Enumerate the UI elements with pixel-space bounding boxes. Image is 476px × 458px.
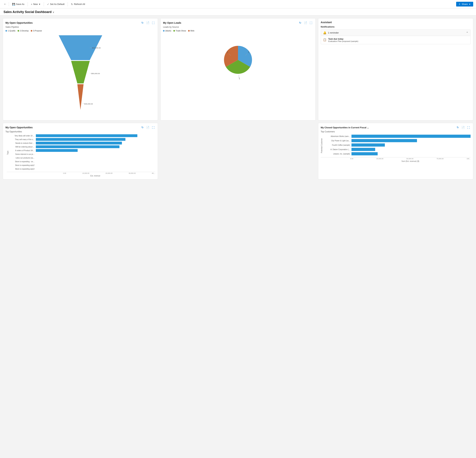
customer-row-3: Fourth Coffee (sample)	[323, 143, 471, 147]
new-button[interactable]: + New ▼	[29, 2, 42, 7]
closed-subtitle: Top Customers	[321, 130, 471, 133]
save-as-button[interactable]: 💾 Save As	[10, 2, 26, 7]
card-icons-opportunities: ↻ 📄 ⛶	[141, 21, 155, 25]
expand-opps-bar-button[interactable]: ⛶	[151, 125, 155, 129]
closed-x-axis-label: Sum (Est. revenue) ($)	[350, 160, 471, 162]
funnel-segment-develop	[71, 61, 90, 83]
bar-row-6: Some interest in our pr...	[9, 153, 155, 156]
bar-fill-1	[36, 134, 137, 137]
customer-label-4: A. Datum Corporation (...	[323, 149, 351, 150]
tick-40k: 40,...	[152, 172, 155, 174]
closed-title: My Closed Opportunities in Current Fisca…	[321, 126, 369, 129]
leads-subtitle: Leads by Source	[163, 26, 313, 28]
bar-label-4: Will be ordering about ...	[9, 146, 36, 148]
ctick-75k: 75,000.00	[436, 158, 443, 159]
bar-label-9: Store is expanding opty2	[9, 164, 36, 166]
bar-row-5: 6 orders of Product SK...	[9, 149, 155, 152]
refresh-button[interactable]: ↻ Refresh All	[69, 2, 87, 7]
legend-web: Web	[188, 30, 194, 32]
share-chevron-icon: ▼	[469, 3, 471, 5]
expand-closed-button[interactable]: ⛶	[467, 125, 471, 129]
save-as-label: Save As	[16, 3, 25, 5]
reminder-count: 1 reminder	[328, 31, 339, 34]
legend-tradeshow: Trade Show	[173, 30, 186, 32]
export-opps-bar-button[interactable]: 📄	[145, 125, 150, 129]
bar-track-9	[36, 164, 155, 167]
bar-track-6	[36, 153, 155, 156]
leads-title: My Open Leads	[163, 21, 181, 24]
chevron-up-icon: ⌃	[466, 31, 468, 34]
bar-track-4	[36, 145, 155, 148]
refresh-closed-button[interactable]: ↻	[456, 125, 460, 129]
card-header-closed: My Closed Opportunities in Current Fisca…	[321, 125, 471, 129]
customer-label-2: City Power & Light (sa...	[323, 140, 351, 142]
export-opp-button[interactable]: 📄	[145, 21, 150, 25]
bar-row-7: Likes our products (sa...	[9, 156, 155, 159]
customer-track-1	[351, 135, 471, 138]
bar-row-9: Store is expanding opty2	[9, 164, 155, 167]
bar-label-1: Very likely will order 18 ...	[9, 135, 36, 137]
closed-y-axis-label: Potential Customer	[321, 138, 323, 153]
bar-track-3	[36, 142, 155, 144]
bar-fill-5	[36, 149, 78, 152]
closed-chart-area: Potential Customer Adventure Works (sam.…	[321, 135, 471, 157]
export-closed-button[interactable]: 📄	[461, 125, 466, 129]
funnel-svg: $25,000.00 $55,000.00 $36,000.00	[54, 35, 107, 116]
customer-track-4	[351, 148, 471, 151]
tick-10k: 10,000.00	[82, 172, 89, 174]
tick-0: 0.00	[63, 172, 66, 174]
reminder-body: 📋 Task due today Evaluation Plan propose…	[321, 36, 471, 44]
assistant-card: Assistant Notifications 🔔 1 reminder ⌃ 📋…	[318, 18, 473, 120]
bar-row-3: Needs to restock their ...	[9, 142, 155, 144]
opps-bar-title: My Open Opportunities	[5, 126, 33, 129]
toolbar-left: ← 💾 Save As + New ▼ ✓ Set As Default ↻ R…	[3, 2, 87, 7]
divider-3	[44, 2, 44, 6]
card-icons-closed: ↻ 📄 ⛶	[456, 125, 471, 129]
tradeshow-label: Trade Show	[176, 30, 186, 32]
tick-20k: 20,000.00	[105, 172, 112, 174]
customer-fill-3	[351, 143, 385, 147]
bar-row-10: Store is expanding opty3	[9, 167, 155, 170]
bar-fill-2	[36, 138, 125, 141]
opportunities-subtitle: Sales Pipeline	[5, 26, 155, 28]
expand-opp-button[interactable]: ⛶	[151, 21, 155, 25]
dashboard-title-dropdown[interactable]: ∨	[52, 11, 54, 14]
plus-icon: +	[31, 3, 32, 6]
open-opps-bar-card: My Open Opportunities ↻ 📄 ⛶ Top Opportun…	[3, 123, 158, 179]
bar-track-7	[36, 156, 155, 159]
legend-propose: 3-Propose	[31, 30, 42, 32]
refresh-leads-button[interactable]: ↻	[298, 21, 302, 25]
web-dot	[188, 30, 190, 32]
bar-fill-4	[36, 145, 119, 148]
share-label: Share	[462, 3, 468, 5]
customer-fill-1	[351, 135, 471, 138]
ctick-50k: 50,000.00	[407, 158, 414, 159]
bar-label-2: They sell many of the s...	[9, 139, 36, 141]
bar-track-1	[36, 134, 155, 137]
share-button[interactable]: ⇫ Share ▼	[456, 2, 473, 7]
blank-label: (blank)	[165, 30, 171, 32]
bell-icon: 🔔	[323, 31, 327, 34]
legend-qualify: 1-Qualify	[5, 30, 16, 32]
set-default-button[interactable]: ✓ Set As Default	[45, 2, 66, 7]
notifications-section: Notifications 🔔 1 reminder ⌃ 📋 Task due …	[321, 25, 471, 44]
refresh-opp-button[interactable]: ↻	[141, 21, 144, 25]
card-icons-opps-bar: ↻ 📄 ⛶	[141, 125, 155, 129]
customer-label-5: Litware, Inc. (sample)	[323, 153, 351, 155]
export-leads-button[interactable]: 📄	[303, 21, 308, 25]
open-leads-card: My Open Leads ↻ 📄 ⛶ Leads by Source (bla…	[160, 18, 315, 120]
expand-leads-button[interactable]: ⛶	[309, 21, 313, 25]
customer-fill-2	[351, 139, 417, 142]
customer-label-1: Adventure Works (sam...	[323, 135, 351, 137]
bar-row-2: They sell many of the s...	[9, 138, 155, 141]
customer-row-4: A. Datum Corporation (...	[323, 148, 471, 151]
task-text: Task due today Evaluation Plan proposed …	[328, 38, 358, 42]
back-button[interactable]: ←	[3, 2, 7, 7]
develop-dot	[17, 30, 19, 32]
reminder-header-left: 🔔 1 reminder	[323, 31, 339, 34]
refresh-opps-bar-button[interactable]: ↻	[141, 125, 144, 129]
ctick-100k: 100...	[467, 158, 471, 159]
reminder-header[interactable]: 🔔 1 reminder ⌃	[321, 30, 471, 36]
card-header-opportunities: My Open Opportunities ↻ 📄 ⛶	[5, 21, 155, 25]
customer-row-2: City Power & Light (sa...	[323, 139, 471, 142]
